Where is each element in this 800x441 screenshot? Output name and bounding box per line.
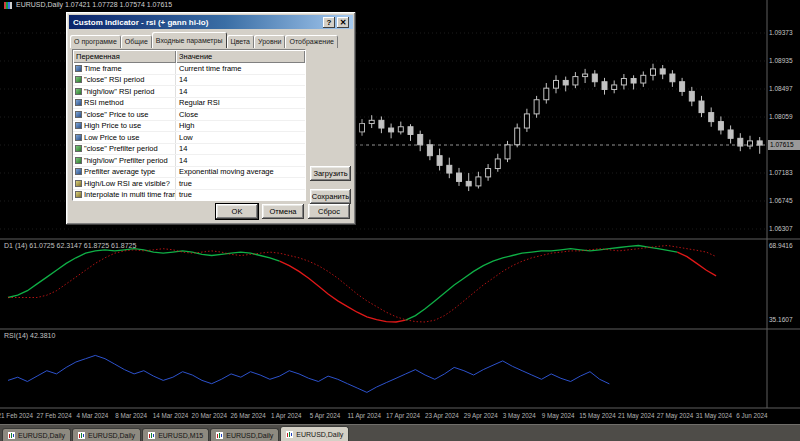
param-type-icon <box>75 88 82 95</box>
chart-tab[interactable]: EURUSD,Daily <box>2 428 71 441</box>
param-name-cell: Time frame <box>73 63 176 74</box>
param-value[interactable]: 14 <box>176 156 305 165</box>
param-value[interactable]: 14 <box>176 144 305 153</box>
param-type-icon <box>75 157 82 164</box>
param-value[interactable]: true <box>176 179 305 188</box>
param-name: Prefilter average type <box>84 167 155 176</box>
param-value[interactable]: Regular RSI <box>176 98 305 107</box>
param-value[interactable]: Low <box>176 133 305 142</box>
date-axis-label: 6 Jun 2024 <box>736 412 767 419</box>
param-name-cell: RSI method <box>73 98 176 109</box>
date-axis-label: 21 May 2024 <box>618 412 654 419</box>
save-button[interactable]: Сохранить <box>310 189 351 204</box>
chart-tab[interactable]: EURUSD,Daily <box>72 428 141 441</box>
param-name-cell: Prefilter average type <box>73 167 176 178</box>
chart-tab[interactable]: EURUSD,Daily <box>210 428 279 441</box>
dialog-tab[interactable]: Отображение <box>285 35 338 48</box>
param-name-cell: "close" RSI period <box>73 75 176 86</box>
price-axis[interactable]: 1.093731.089351.084971.080591.076211.071… <box>769 0 800 424</box>
parameters-table-body: Time frameCurrent time frame"close" RSI … <box>73 63 305 201</box>
chart-tab-icon <box>286 431 293 438</box>
dialog-tab-strip: О программеОбщиеВходные параметрыЦветаУр… <box>70 32 352 48</box>
indicator-dialog: Custom Indicator - rsi (+ gann hi-lo) ? … <box>66 12 356 225</box>
chart-tab-icon <box>148 432 155 439</box>
param-value[interactable]: 14 <box>176 87 305 96</box>
param-type-icon <box>75 65 82 72</box>
param-row[interactable]: Interpolate in multi time frame mode on/… <box>73 190 305 202</box>
load-button[interactable]: Загрузить <box>310 166 351 181</box>
param-row[interactable]: Prefilter average typeExponential moving… <box>73 167 305 179</box>
param-value[interactable]: Close <box>176 110 305 119</box>
price-axis-label: 1.08497 <box>769 85 793 92</box>
chart-tab-icon <box>8 432 15 439</box>
param-name-cell: High/Low RSI are visible? <box>73 178 176 189</box>
param-name-cell: "close" Prefilter period <box>73 144 176 155</box>
param-name-cell: "high/low" RSI period <box>73 86 176 97</box>
date-axis[interactable]: 21 Feb 202427 Feb 20244 Mar 20248 Mar 20… <box>0 409 767 424</box>
indicator1-scale-max: 68.9416 <box>769 242 793 249</box>
param-row[interactable]: Low Price to useLow <box>73 132 305 144</box>
param-row[interactable]: RSI methodRegular RSI <box>73 98 305 110</box>
param-name: "high/low" RSI period <box>84 87 154 96</box>
param-row[interactable]: High Price to useHigh <box>73 121 305 133</box>
dialog-tab[interactable]: Уровни <box>254 35 285 48</box>
param-name: Low Price to use <box>84 133 139 142</box>
cancel-button[interactable]: Отмена <box>262 204 304 219</box>
date-axis-label: 11 Apr 2024 <box>347 412 381 419</box>
chart-tab[interactable]: EURUSD,M15 <box>142 428 209 441</box>
chart-tab-label: EURUSD,Daily <box>296 431 343 438</box>
param-row[interactable]: "close" Price to useClose <box>73 109 305 121</box>
param-value[interactable]: Exponential moving average <box>176 167 305 176</box>
param-type-icon <box>75 122 82 129</box>
param-name-cell: "close" Price to use <box>73 109 176 120</box>
ok-button[interactable]: OK <box>216 204 258 219</box>
param-value[interactable]: High <box>176 121 305 130</box>
chart-tab-label: EURUSD,Daily <box>88 432 135 439</box>
date-axis-label: 20 Mar 2024 <box>192 412 227 419</box>
param-row[interactable]: Time frameCurrent time frame <box>73 63 305 75</box>
dialog-tab[interactable]: Входные параметры <box>152 32 227 48</box>
chart-tab[interactable]: EURUSD,Daily <box>280 426 349 441</box>
chart-tab-label: EURUSD,M15 <box>158 432 203 439</box>
indicator1-label: D1 (14) 61.0725 62.3147 61.8725 61.8725 <box>4 242 136 249</box>
param-value[interactable]: true <box>176 190 305 199</box>
date-axis-label: 8 Mar 2024 <box>115 412 147 419</box>
current-price-box: 1.07615 <box>768 140 800 150</box>
param-name-cell: High Price to use <box>73 121 176 132</box>
chart-window: EURUSD,Daily 1.07421 1.07728 1.07574 1.0… <box>0 0 800 441</box>
column-header-value[interactable]: Значение <box>176 50 305 63</box>
param-type-icon <box>75 180 82 187</box>
date-axis-label: 31 May 2024 <box>696 412 732 419</box>
column-header-variable[interactable]: Переменная <box>73 50 176 63</box>
param-row[interactable]: High/Low RSI are visible?true <box>73 178 305 190</box>
date-axis-label: 27 Feb 2024 <box>36 412 71 419</box>
param-value[interactable]: 14 <box>176 75 305 84</box>
param-name: "close" Price to use <box>84 110 149 119</box>
chart-tab-icon <box>78 432 85 439</box>
param-type-icon <box>75 168 82 175</box>
param-row[interactable]: "high/low" Prefilter period14 <box>73 155 305 167</box>
close-button[interactable]: ✕ <box>337 17 349 28</box>
param-row[interactable]: "high/low" RSI period14 <box>73 86 305 98</box>
param-value[interactable]: Current time frame <box>176 64 305 73</box>
param-row[interactable]: "close" RSI period14 <box>73 75 305 87</box>
reset-button[interactable]: Сброс <box>308 204 350 219</box>
dialog-tab[interactable]: О программе <box>70 35 121 48</box>
param-type-icon <box>75 111 82 118</box>
date-axis-label: 14 Mar 2024 <box>153 412 188 419</box>
param-row[interactable]: "close" Prefilter period14 <box>73 144 305 156</box>
dialog-titlebar[interactable]: Custom Indicator - rsi (+ gann hi-lo) ? … <box>69 15 353 29</box>
help-button[interactable]: ? <box>323 17 335 28</box>
chart-window-icon <box>4 2 12 9</box>
param-type-icon <box>75 145 82 152</box>
param-type-icon <box>75 99 82 106</box>
parameters-table: Переменная Значение Time frameCurrent ti… <box>72 49 306 201</box>
dialog-tab[interactable]: Общие <box>121 35 152 48</box>
dialog-tab[interactable]: Цвета <box>227 35 255 48</box>
dialog-title: Custom Indicator - rsi (+ gann hi-lo) <box>73 18 321 27</box>
param-name: Time frame <box>84 64 122 73</box>
price-axis-label: 1.06745 <box>769 197 793 204</box>
date-axis-label: 1 Apr 2024 <box>271 412 301 419</box>
date-axis-label: 4 Mar 2024 <box>76 412 108 419</box>
chart-tab-label: EURUSD,Daily <box>226 432 273 439</box>
